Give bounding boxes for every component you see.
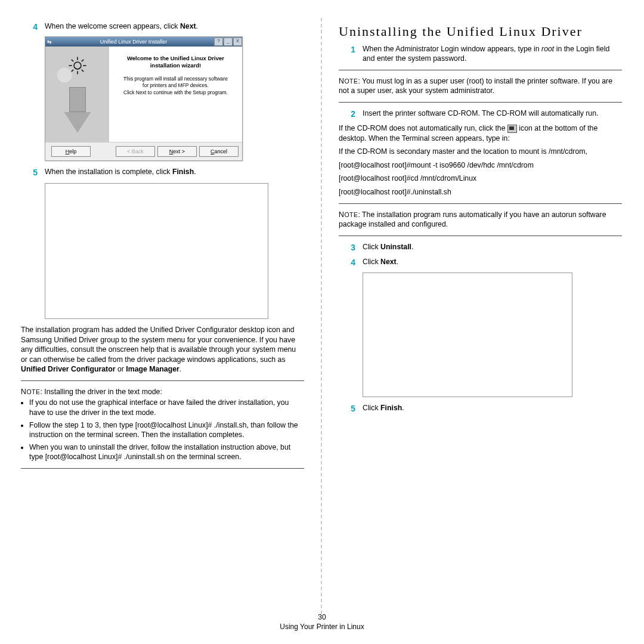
right-step-3: 3 Click Uninstall. xyxy=(339,242,622,253)
step-number: 3 xyxy=(339,242,363,253)
step-text: When the welcome screen appears, click N… xyxy=(45,21,304,33)
step-text: When the installation is complete, click… xyxy=(45,167,304,178)
right-note-2: NOTE: The installation program runs auto… xyxy=(339,210,622,230)
note-text: : You must log in as a super user (root)… xyxy=(339,77,612,95)
note-intro: : Installing the driver in the text mode… xyxy=(40,388,162,396)
text: Click xyxy=(363,243,380,251)
text: Click xyxy=(363,258,380,266)
text: . xyxy=(194,168,196,176)
right-step-1: 1 When the Administrator Login window ap… xyxy=(339,44,622,64)
left-post-paragraph: The installation program has added the U… xyxy=(21,325,304,374)
installer-back-button[interactable]: < Back xyxy=(116,146,155,157)
keyword-next: Next xyxy=(180,22,196,30)
terminal-icon xyxy=(507,125,517,133)
sun-icon xyxy=(67,55,88,76)
installer-titlebar: ⇆ Unified Linux Driver Installer ? _ X xyxy=(45,37,242,47)
wizard-title-line: installation wizard! xyxy=(150,62,202,69)
step-text: When the Administrator Login window appe… xyxy=(363,44,622,64)
uninstall-heading: Uninstalling the Unified Linux Driver xyxy=(339,23,622,41)
rule xyxy=(21,380,304,381)
keyword: Unified Driver Configurator xyxy=(21,365,116,373)
keyword-finish: Finish xyxy=(172,168,194,176)
note-label: NOTE xyxy=(21,388,40,396)
left-note: NOTE: Installing the driver in the text … xyxy=(21,387,304,462)
step-number: 1 xyxy=(339,44,363,64)
note-label: NOTE xyxy=(339,77,358,85)
right-step-2-sub: If the CD-ROM is secondary master and th… xyxy=(339,147,622,157)
rule xyxy=(339,203,622,204)
text: If the CD-ROM does not automatically run… xyxy=(339,124,507,132)
step-text: Click Finish. xyxy=(363,403,622,414)
keyword-root: root xyxy=(541,45,554,53)
titlebar-close-button[interactable]: X xyxy=(233,38,242,46)
right-note-1: NOTE: You must log in as a super user (r… xyxy=(339,76,622,96)
command-line: [root@localhost root]#mount -t iso9660 /… xyxy=(339,160,622,171)
page-number: 30 xyxy=(0,613,644,621)
keyword: Uninstall xyxy=(380,243,411,251)
installer-window: ⇆ Unified Linux Driver Installer ? _ X xyxy=(45,36,243,161)
rule xyxy=(339,236,622,236)
step-number: 2 xyxy=(339,109,363,120)
svg-line-5 xyxy=(71,60,73,61)
text: . xyxy=(397,258,398,266)
note-bullet: If you do not use the graphical interfac… xyxy=(29,398,304,417)
svg-line-6 xyxy=(81,70,83,72)
step-number: 5 xyxy=(21,167,45,178)
right-screenshot-placeholder xyxy=(363,273,572,397)
svg-line-8 xyxy=(71,70,73,72)
step-number: 4 xyxy=(21,21,45,33)
text: The installation program has added the U… xyxy=(21,326,296,364)
installer-sidebar-graphic xyxy=(45,47,109,142)
installer-next-button[interactable]: Next > xyxy=(157,146,197,157)
section-title: Using Your Printer in Linux xyxy=(0,623,644,631)
page-footer: 30 Using Your Printer in Linux xyxy=(0,613,644,631)
text: . xyxy=(196,22,198,30)
command-line: [root@localhost root]#./uninstall.sh xyxy=(339,187,622,197)
wizard-text-line: Click Next to continue with the Setup pr… xyxy=(123,89,228,95)
titlebar-title: Unified Linux Driver Installer xyxy=(54,38,213,45)
left-step-4: 4 When the welcome screen appears, click… xyxy=(21,21,304,33)
text: Click xyxy=(363,404,380,412)
left-step-5: 5 When the installation is complete, cli… xyxy=(21,167,304,178)
wizard-text-line: This program will install all necessary … xyxy=(123,76,228,82)
command-line: [root@localhost root]#cd /mnt/cdrom/Linu… xyxy=(339,174,622,184)
installer-cancel-button[interactable]: Cancel xyxy=(199,146,239,157)
note-bullet: When you wan to uninstall the driver, fo… xyxy=(29,442,304,462)
step-text: Click Next. xyxy=(363,257,622,268)
keyword: Image Manager xyxy=(126,365,179,373)
keyword: Next xyxy=(380,258,397,266)
rule xyxy=(339,102,622,103)
titlebar-app-icon: ⇆ xyxy=(45,38,54,45)
step-number: 5 xyxy=(339,403,363,414)
installer-content: Welcome to the Unified Linux Driver inst… xyxy=(109,47,242,142)
rule xyxy=(339,70,622,70)
text: or xyxy=(116,365,126,373)
wizard-text-line: for printers and MFP devices. xyxy=(143,82,209,88)
titlebar-minimize-button[interactable]: _ xyxy=(224,38,233,46)
note-bullet: Follow the step 1 to 3, then type [root@… xyxy=(29,420,304,440)
step-number: 4 xyxy=(339,257,363,268)
right-step-2: 2 Insert the printer software CD-ROM. Th… xyxy=(339,109,622,120)
right-step-2-sub: If the CD-ROM does not automatically run… xyxy=(339,123,622,143)
text: When the Administrator Login window appe… xyxy=(363,45,541,53)
note-label: NOTE xyxy=(339,210,358,219)
keyword: Finish xyxy=(380,404,402,412)
rule xyxy=(21,468,304,469)
svg-line-7 xyxy=(81,60,83,61)
arrow-down-icon xyxy=(64,87,91,132)
wizard-title-line: Welcome to the Unified Linux Driver xyxy=(127,55,224,61)
note-text: : The installation program runs automati… xyxy=(339,210,606,229)
text: When the welcome screen appears, click xyxy=(45,22,180,30)
left-screenshot-placeholder xyxy=(45,183,268,319)
titlebar-help-button[interactable]: ? xyxy=(214,38,223,46)
installer-help-button[interactable]: Help xyxy=(51,146,91,157)
right-step-4: 4 Click Next. xyxy=(339,257,622,268)
step-text: Insert the printer software CD-ROM. The … xyxy=(363,109,622,120)
text: When the installation is complete, click xyxy=(45,168,172,176)
column-divider xyxy=(321,18,322,614)
text: . xyxy=(411,243,413,251)
step-text: Click Uninstall. xyxy=(363,242,622,253)
right-step-5: 5 Click Finish. xyxy=(339,403,622,414)
text: . xyxy=(179,365,181,373)
text: . xyxy=(402,404,404,412)
